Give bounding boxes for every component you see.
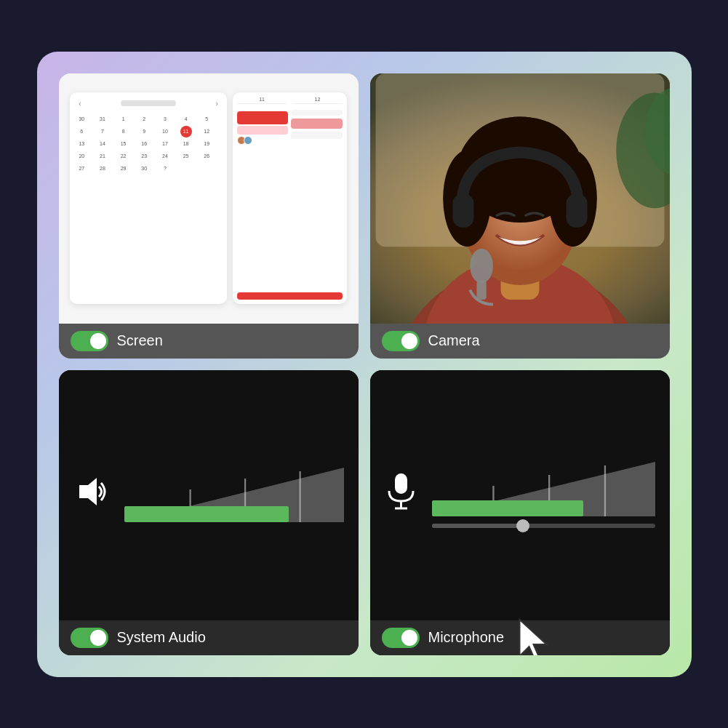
audio-card: System Audio xyxy=(59,370,359,655)
cal-grid: 30 31 1 2 3 4 5 6 7 8 9 10 11 12 xyxy=(76,113,221,175)
svg-point-15 xyxy=(470,248,493,283)
mic-card: Microphone xyxy=(370,370,670,655)
svg-rect-22 xyxy=(395,473,407,494)
cal-day[interactable]: 7 xyxy=(97,126,108,137)
camera-card: Camera xyxy=(370,73,670,359)
cal-day[interactable]: 31 xyxy=(97,113,108,125)
cal-day[interactable]: 28 xyxy=(97,163,108,175)
audio-viz-preview xyxy=(59,370,359,620)
cal-day[interactable]: 3 xyxy=(159,113,171,125)
screen-card-bottom: Screen xyxy=(59,324,359,359)
sched-col-1: 11 xyxy=(237,97,287,104)
sched-col-2: 12 xyxy=(292,97,342,104)
mic-visualization xyxy=(370,370,670,620)
svg-marker-17 xyxy=(79,478,97,505)
calendar-widget: ‹ › 30 31 1 2 3 4 5 6 7 8 xyxy=(70,92,227,305)
cal-day[interactable]: 18 xyxy=(180,138,192,150)
audio-label: System Audio xyxy=(117,629,206,646)
cal-day[interactable]: 13 xyxy=(76,138,87,150)
main-container: ‹ › 30 31 1 2 3 4 5 6 7 8 xyxy=(37,52,692,677)
camera-person-illustration xyxy=(370,73,670,324)
schedule-widget: 11 12 xyxy=(233,92,347,305)
cal-day[interactable]: 12 xyxy=(201,126,212,137)
cal-day[interactable]: 25 xyxy=(180,151,192,162)
audio-visualization xyxy=(59,370,359,620)
cal-day[interactable]: 6 xyxy=(76,126,87,137)
cal-prev-arrow[interactable]: ‹ xyxy=(79,100,81,108)
cal-day[interactable]: 8 xyxy=(118,126,129,137)
speaker-icon xyxy=(73,473,110,516)
cal-day[interactable]: 21 xyxy=(97,151,108,162)
screen-toggle-thumb xyxy=(90,333,106,349)
cal-day[interactable]: 14 xyxy=(97,138,108,150)
calendar-preview: ‹ › 30 31 1 2 3 4 5 6 7 8 xyxy=(59,73,359,324)
cal-day[interactable]: 27 xyxy=(76,163,87,175)
cal-day[interactable]: 4 xyxy=(180,113,192,125)
cal-day[interactable]: 19 xyxy=(201,138,212,150)
mic-label: Microphone xyxy=(428,629,505,646)
mic-viz-preview xyxy=(370,370,670,620)
screen-preview: ‹ › 30 31 1 2 3 4 5 6 7 8 xyxy=(59,73,359,324)
audio-toggle-thumb xyxy=(90,630,106,646)
cal-day[interactable]: 26 xyxy=(201,151,212,162)
svg-rect-16 xyxy=(476,280,486,299)
sched-event-1 xyxy=(237,111,288,124)
camera-toggle-thumb xyxy=(401,333,417,349)
camera-toggle[interactable] xyxy=(382,331,420,351)
svg-rect-14 xyxy=(566,193,587,227)
cal-day[interactable]: 30 xyxy=(76,113,87,125)
camera-label: Camera xyxy=(428,332,480,349)
cal-day[interactable]: 1 xyxy=(118,113,129,125)
camera-feed xyxy=(370,73,670,324)
cal-month-title xyxy=(121,100,177,106)
audio-card-bottom: System Audio xyxy=(59,620,359,655)
cal-day[interactable]: 29 xyxy=(118,163,129,175)
screen-card: ‹ › 30 31 1 2 3 4 5 6 7 8 xyxy=(59,73,359,359)
cal-day[interactable]: 24 xyxy=(159,151,171,162)
cal-day[interactable]: 15 xyxy=(118,138,129,150)
cal-day[interactable]: ? xyxy=(159,163,171,175)
mic-toggle[interactable] xyxy=(382,628,420,648)
sched-event-2 xyxy=(237,126,288,135)
screen-label: Screen xyxy=(117,332,163,349)
avatar-2 xyxy=(244,136,252,145)
microphone-icon xyxy=(385,472,417,519)
cal-day[interactable]: 30 xyxy=(138,163,150,175)
svg-rect-13 xyxy=(452,193,473,227)
cal-day-highlighted[interactable]: 11 xyxy=(180,126,192,137)
mic-toggle-thumb xyxy=(401,630,417,646)
camera-preview xyxy=(370,73,670,324)
cal-day[interactable]: 17 xyxy=(159,138,171,150)
cal-day[interactable]: 22 xyxy=(118,151,129,162)
cal-day[interactable]: 23 xyxy=(138,151,150,162)
cal-day[interactable]: 2 xyxy=(138,113,150,125)
cal-next-arrow[interactable]: › xyxy=(216,100,218,108)
cal-day[interactable]: 20 xyxy=(76,151,87,162)
cal-day[interactable]: 9 xyxy=(138,126,150,137)
screen-toggle[interactable] xyxy=(71,331,108,351)
camera-card-bottom: Camera xyxy=(370,324,670,359)
audio-toggle[interactable] xyxy=(71,628,108,648)
cal-day[interactable]: 16 xyxy=(138,138,150,150)
mic-card-bottom: Microphone xyxy=(370,620,670,655)
cal-day[interactable]: 5 xyxy=(201,113,212,125)
cal-day[interactable]: 10 xyxy=(159,126,171,137)
